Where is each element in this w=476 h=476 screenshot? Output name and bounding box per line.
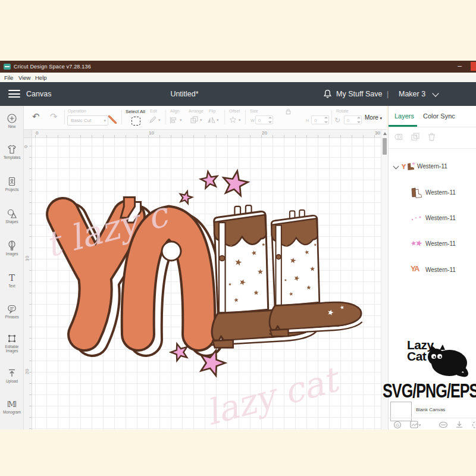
rotate-stepper[interactable]	[357, 116, 361, 124]
editable-nodes-icon	[7, 333, 17, 344]
size-lock-icon[interactable]	[284, 108, 292, 115]
menu-help[interactable]: Help	[35, 74, 47, 81]
sidebar-item-editable-images[interactable]: Editable Images	[0, 333, 24, 353]
rotate-label: Rotate	[336, 109, 349, 113]
speech-bubble-icon	[7, 303, 17, 314]
yall-boots-artwork[interactable]: ’ ’	[32, 138, 381, 430]
align-icon[interactable]	[170, 117, 178, 124]
group-icon[interactable]: G	[393, 421, 402, 429]
document-title[interactable]: Untitled*	[155, 90, 214, 98]
design-canvas[interactable]: t lazy c lazy cat	[32, 138, 381, 430]
layer-row-mini-stars[interactable]: Western-11	[389, 209, 476, 229]
window-titlebar: Cricut Design Space v7.28.136 –	[0, 61, 476, 73]
sidebar-item-upload[interactable]: Upload	[0, 368, 24, 383]
ruler-tick-label: 0	[24, 145, 29, 148]
svg-text:G: G	[396, 423, 399, 427]
sidebar-item-phrases[interactable]: Phrases	[0, 303, 24, 319]
menu-file[interactable]: File	[4, 74, 13, 81]
layer-actions-row	[389, 127, 476, 149]
background-bottom	[0, 430, 476, 476]
my-stuff-link[interactable]: My Stuff	[336, 90, 364, 98]
black-cat-illustration	[423, 344, 471, 381]
sidebar-item-monogram[interactable]: M Monogram	[0, 399, 24, 414]
monogram-icon: M	[7, 399, 17, 409]
left-tool-rail: New Templates Projects Shapes	[0, 106, 24, 430]
sidebar-item-new[interactable]: New	[0, 113, 24, 129]
ruler-top: 0 10 20 30	[32, 130, 381, 138]
flip-label: Flip	[209, 109, 215, 113]
canvas-label[interactable]: Canvas	[26, 90, 51, 98]
machine-selector[interactable]: Maker 3	[399, 90, 425, 98]
hot-air-balloon-icon	[7, 240, 17, 251]
layer-name: Western-11	[425, 267, 456, 273]
upload-icon	[7, 368, 17, 378]
more-button[interactable]: More ▾	[365, 114, 382, 121]
layer-name: Western-11	[425, 240, 456, 247]
arrange-icon[interactable]	[190, 116, 198, 124]
blank-canvas-label: Blank Canvas	[416, 407, 445, 412]
boots-layer-thumbnail	[411, 187, 422, 199]
panel-bottom-toolbar: G	[389, 418, 476, 430]
chevron-down-icon[interactable]	[432, 90, 439, 96]
group-expand-chevron-icon[interactable]	[393, 164, 399, 170]
offset-label: Offset	[229, 109, 240, 113]
sidebar-item-shapes[interactable]: Shapes	[0, 208, 24, 224]
hamburger-menu-icon[interactable]	[8, 90, 20, 98]
flatten-download-icon[interactable]	[455, 421, 464, 429]
redo-icon[interactable]: ↷	[50, 112, 58, 121]
panel-tabs: Layers Color Sync	[389, 106, 476, 127]
undo-icon[interactable]: ↶	[32, 112, 40, 121]
save-link[interactable]: Save	[365, 90, 383, 98]
minimize-button[interactable]: –	[458, 62, 462, 70]
layer-name: Western-11	[417, 163, 447, 170]
formats-watermark: SVG/PNG/EPS	[383, 380, 476, 403]
sidebar-item-projects[interactable]: Projects	[0, 176, 24, 192]
width-label: W	[250, 118, 255, 123]
ungroup-icon[interactable]	[439, 421, 448, 429]
layer-group-row[interactable]: Y Western-11	[389, 157, 476, 177]
edit-pencil-icon[interactable]	[149, 116, 156, 124]
shapes-icon	[7, 208, 17, 219]
tab-color-sync[interactable]: Color Sync	[423, 112, 455, 120]
scrollbar-thumb[interactable]	[383, 138, 387, 155]
contour-icon[interactable]	[472, 421, 476, 429]
flip-icon[interactable]	[207, 116, 215, 123]
background-top	[0, 0, 476, 61]
ruler-left: 0 10 20	[24, 138, 32, 430]
layer-row-ya-text[interactable]: YA Western-11	[389, 261, 476, 281]
operation-dropdown[interactable]: Basic Cut ▾	[67, 115, 108, 126]
sidebar-item-text[interactable]: T Text	[0, 273, 24, 288]
text-icon: T	[7, 273, 17, 283]
scroll-up-arrow-icon[interactable]	[383, 132, 387, 135]
notifications-bell-icon[interactable]	[323, 89, 332, 99]
size-label: Size	[250, 109, 258, 113]
layer-row-boots[interactable]: Western-11	[389, 183, 476, 203]
attach-image-icon[interactable]	[410, 421, 421, 429]
svg-text:T: T	[9, 273, 15, 283]
screenshot-root: Cricut Design Space v7.28.136 – File Vie…	[0, 0, 476, 476]
duplicate-icon[interactable]	[411, 133, 419, 141]
slice-icon[interactable]	[394, 133, 403, 141]
menu-view[interactable]: View	[18, 74, 30, 81]
tab-layers[interactable]: Layers	[394, 112, 414, 120]
letter-a-shape[interactable]	[138, 223, 207, 340]
ruler-tick-label: 30	[375, 130, 380, 136]
operation-color-swatch[interactable]	[108, 115, 117, 124]
cowboy-boot-right[interactable]	[270, 210, 362, 336]
close-button[interactable]	[471, 62, 476, 71]
ruler-tick-label: 0	[36, 130, 38, 136]
offset-icon[interactable]	[229, 116, 237, 124]
layer-row-stars[interactable]: Western-11	[389, 234, 476, 255]
height-stepper[interactable]	[324, 116, 328, 124]
select-all-label[interactable]: Select All	[126, 109, 145, 114]
sidebar-item-templates[interactable]: Templates	[0, 144, 24, 159]
select-all-icon[interactable]	[131, 117, 140, 126]
trash-icon[interactable]	[428, 133, 436, 141]
width-stepper[interactable]	[268, 116, 273, 124]
rotate-icon[interactable]: ↻	[334, 116, 340, 125]
stars-layer-thumbnail	[411, 239, 422, 248]
sidebar-item-images[interactable]: Images	[0, 240, 24, 256]
tshirt-icon	[7, 144, 17, 155]
ruler-tick-label: 20	[262, 130, 267, 136]
ruler-tick-label: 10	[24, 256, 30, 261]
